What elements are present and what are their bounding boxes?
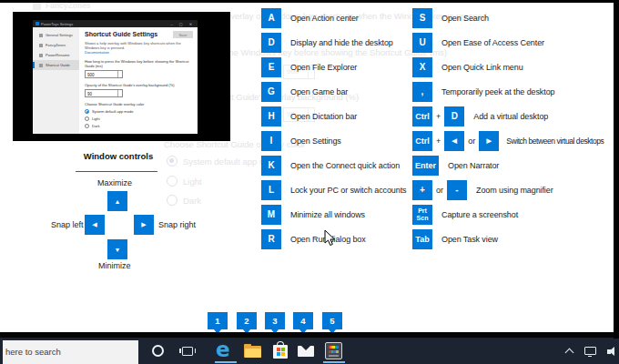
- key-badge: X: [412, 57, 432, 77]
- cortana-icon[interactable]: [152, 345, 164, 357]
- settings-nav: General SettingsFancyZonesPowerRenameSho…: [33, 27, 79, 134]
- shortcut-row: GOpen Game bar: [261, 79, 406, 104]
- file-explorer-icon[interactable]: [244, 346, 261, 358]
- video-border-right: [614, 0, 619, 339]
- shortcut-row: ,Temporarily peek at the desktop: [412, 79, 604, 104]
- shortcut-row: MMinimize all windows: [261, 202, 406, 227]
- overlay-color-radio-group: System default app modeLightDark: [85, 109, 192, 128]
- taskbar-number-badge: 4: [293, 312, 313, 329]
- shortcut-description: Open Task view: [441, 235, 498, 244]
- key-joiner-text: +: [436, 112, 441, 121]
- search-placeholder-text: here to search: [5, 347, 61, 357]
- task-view-icon[interactable]: [182, 347, 193, 356]
- key-badge: R: [261, 229, 281, 249]
- inset-video-frame: PowerToys Settings – ▢ ✕ General Setting…: [13, 12, 230, 141]
- overlay-color-radio: System default app mode: [85, 109, 192, 114]
- key-badge: A: [261, 8, 281, 28]
- shortcut-row: IOpen Settings: [261, 128, 406, 153]
- key-badge: E: [261, 57, 281, 77]
- screenshot-root: FancyZones overlay of Windows key shortc…: [0, 0, 619, 364]
- powertoys-icon: [36, 22, 39, 25]
- taskbar-number-badge: 2: [237, 312, 257, 329]
- shortcut-description: Temporarily peek at the desktop: [441, 87, 554, 96]
- shortcut-description: Open Narrator: [448, 161, 499, 170]
- opacity-input: 90: [85, 89, 123, 97]
- shortcut-description: Switch between virtual desktops: [506, 136, 604, 146]
- faded-radio-option: Light: [167, 176, 202, 187]
- network-display-icon[interactable]: [584, 347, 596, 355]
- overlay-color-radio: Dark: [85, 124, 192, 128]
- faded-radio-option: Dark: [167, 195, 201, 206]
- settings-window-title: PowerToys Settings: [41, 22, 170, 26]
- key-badge: S: [412, 8, 432, 28]
- arrow-down-key: ▼: [107, 239, 127, 259]
- shortcut-row: EOpen File Explorer: [261, 55, 406, 79]
- shortcut-description: Open Action center: [290, 14, 359, 23]
- shortcut-row: Ctrl+DAdd a virtual desktop: [412, 104, 604, 128]
- shortcut-row: HOpen Dictation bar: [261, 104, 406, 128]
- search-input[interactable]: here to search: [3, 340, 138, 364]
- shortcut-description: Capture a screenshot: [441, 210, 518, 219]
- key-badge: U: [412, 33, 432, 53]
- shortcut-description: Open Settings: [290, 136, 341, 146]
- edge-active-indicator: [215, 361, 237, 363]
- key-badge: Prt Scn: [412, 205, 432, 225]
- window-controls-title: Window controls: [64, 151, 173, 161]
- key-badge: H: [261, 106, 281, 126]
- documentation-link: Documentation: [85, 50, 192, 55]
- shortcut-description: Display and hide the desktop: [290, 38, 393, 47]
- taskbar-number-badge: 5: [322, 312, 342, 329]
- key-badge: +: [412, 180, 432, 200]
- mail-icon[interactable]: [298, 346, 314, 357]
- shortcut-row: LLock your PC or switch accounts: [261, 177, 406, 202]
- key-joiner-text: +: [436, 136, 441, 146]
- window-controls-divider: [76, 171, 157, 172]
- key-badge: L: [261, 180, 281, 200]
- mouse-cursor: [324, 229, 336, 250]
- key-badge: Enter: [412, 156, 439, 176]
- key-joiner-text: or: [436, 186, 443, 195]
- grid-app-active-indicator: [323, 361, 345, 363]
- shortcut-row: XOpen Quick Link menu: [412, 55, 604, 79]
- key-joiner-text: or: [468, 136, 475, 146]
- snap-left-label: Snap left: [51, 220, 84, 229]
- shortcut-description: Zoom using magnifier: [476, 186, 553, 195]
- key-badge: ◀: [444, 131, 464, 151]
- shortcut-description: Minimize all windows: [290, 210, 365, 219]
- shortcut-description: Open Dictation bar: [290, 112, 357, 121]
- color-grid-app-icon[interactable]: [325, 342, 342, 359]
- key-badge: Ctrl: [412, 106, 432, 126]
- minimize-label: Minimize: [98, 261, 131, 270]
- shortcut-row: EnterOpen Narrator: [412, 153, 604, 177]
- shortcut-row: Ctrl+◀or▶Switch between virtual desktops: [412, 128, 604, 153]
- settings-description: Shows a help overlay with Windows key sh…: [85, 41, 192, 50]
- microsoft-store-icon[interactable]: [273, 345, 288, 359]
- shortcut-column-left: AOpen Action centerDDisplay and hide the…: [261, 5, 406, 251]
- settings-nav-item: FancyZones: [33, 40, 79, 50]
- shortcut-row: UOpen Ease of Access Center: [412, 30, 604, 55]
- shortcut-row: AOpen Action center: [261, 5, 406, 30]
- key-badge: G: [261, 82, 281, 102]
- shortcut-description: Open Ease of Access Center: [441, 38, 544, 47]
- shortcut-description: Lock your PC or switch accounts: [290, 186, 406, 195]
- hidden-icons-chevron-icon[interactable]: [565, 349, 574, 358]
- shortcut-description: Open Search: [441, 14, 489, 23]
- key-badge: ▶: [479, 131, 499, 151]
- snap-right-label: Snap right: [158, 220, 196, 229]
- fancyzones-icon: [33, 3, 41, 10]
- key-badge: M: [261, 205, 281, 225]
- shortcut-description: Open Quick Link menu: [441, 63, 523, 72]
- settings-nav-item: Shortcut Guide: [33, 60, 79, 70]
- overlay-color-radio: Light: [85, 116, 192, 121]
- powertoys-settings-window: PowerToys Settings – ▢ ✕ General Setting…: [33, 20, 198, 134]
- press-duration-label: How long to press the Windows key before…: [85, 59, 192, 68]
- shortcut-description: Open File Explorer: [290, 63, 357, 72]
- taskbar-number-badge: 1: [208, 312, 228, 329]
- key-badge: K: [261, 156, 281, 176]
- maximize-label: Maximize: [97, 178, 132, 187]
- arrow-up-key: ▲: [107, 191, 127, 211]
- video-border-top: [0, 0, 619, 3]
- edge-icon[interactable]: e: [216, 338, 230, 361]
- settings-titlebar: PowerToys Settings – ▢ ✕: [33, 20, 198, 27]
- shortcut-row: DDisplay and hide the desktop: [261, 30, 406, 55]
